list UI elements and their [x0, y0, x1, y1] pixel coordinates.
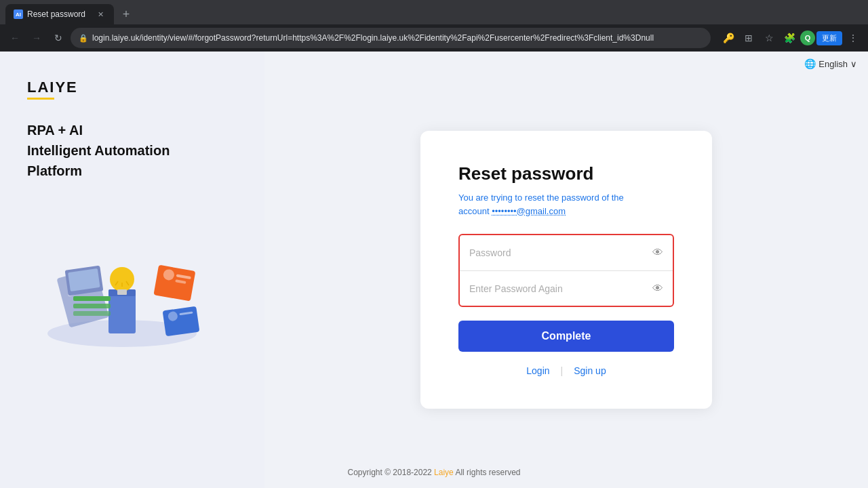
- chevron-down-icon: ∨: [850, 59, 857, 69]
- lock-icon: 🔒: [79, 34, 88, 43]
- page-content: 🌐 English ∨ LAIYE RPA + AI Intelligent A…: [0, 52, 868, 488]
- translate-icon[interactable]: ⊞: [739, 28, 758, 47]
- masked-email: ••••••••@gmail.com: [492, 206, 566, 216]
- svg-rect-19: [163, 306, 200, 337]
- links-divider: |: [561, 365, 564, 376]
- reset-card: Reset password You are trying to reset t…: [420, 131, 712, 409]
- tab-close-icon[interactable]: ✕: [95, 9, 106, 20]
- logo-underline: [27, 98, 54, 100]
- footer-text-before: Copyright © 2018-2022: [348, 468, 435, 477]
- eye-icon-password[interactable]: 👁: [652, 247, 663, 259]
- footer-text-after: All rights reserved: [455, 468, 520, 477]
- signup-link[interactable]: Sgin up: [574, 365, 606, 376]
- update-button[interactable]: 更新: [816, 31, 842, 45]
- browser-chrome: AI Reset password ✕ + ← → ↻ 🔒 login.laiy…: [0, 0, 868, 52]
- svg-rect-4: [117, 289, 127, 295]
- footer-brand-link[interactable]: Laiye: [434, 468, 454, 477]
- back-button[interactable]: ←: [5, 28, 24, 47]
- language-label: English: [818, 59, 848, 69]
- active-tab[interactable]: AI Reset password ✕: [5, 4, 114, 24]
- logo-text: LAIYE: [27, 79, 78, 96]
- extensions-icon[interactable]: 🧩: [780, 28, 799, 47]
- forward-button[interactable]: →: [27, 28, 46, 47]
- new-tab-button[interactable]: +: [117, 5, 136, 24]
- avatar[interactable]: Q: [800, 30, 815, 45]
- card-title: Reset password: [458, 163, 674, 184]
- tab-bar: AI Reset password ✕ +: [0, 0, 868, 24]
- tab-favicon: AI: [14, 9, 23, 19]
- address-bar: ← → ↻ 🔒 login.laiye.uk/identity/view/#/f…: [0, 24, 868, 52]
- password-manager-icon[interactable]: 🔑: [719, 28, 738, 47]
- globe-icon: 🌐: [804, 58, 816, 69]
- confirm-password-row: 👁: [460, 270, 673, 306]
- confirm-password-input[interactable]: [469, 283, 652, 294]
- menu-icon[interactable]: ⋮: [844, 28, 863, 47]
- address-field[interactable]: 🔒 login.laiye.uk/identity/view/#/forgotP…: [71, 28, 711, 48]
- eye-icon-confirm[interactable]: 👁: [652, 283, 663, 295]
- footer: Copyright © 2018-2022 Laiye All rights r…: [0, 468, 868, 477]
- password-input-group: 👁 👁: [458, 234, 674, 307]
- tagline: RPA + AI Intelligent Automation Platform: [27, 120, 237, 181]
- complete-button[interactable]: Complete: [458, 321, 674, 352]
- svg-rect-13: [73, 304, 111, 308]
- language-selector[interactable]: 🌐 English ∨: [793, 52, 868, 76]
- svg-point-3: [110, 267, 134, 291]
- password-input[interactable]: [469, 247, 652, 258]
- reload-button[interactable]: ↻: [49, 28, 68, 47]
- svg-rect-12: [73, 296, 111, 301]
- svg-rect-14: [73, 311, 111, 316]
- logo: LAIYE: [27, 79, 237, 100]
- right-panel: Reset password You are trying to reset t…: [264, 52, 868, 488]
- svg-rect-15: [153, 265, 195, 302]
- illustration: [27, 208, 217, 357]
- bookmark-star-icon[interactable]: ☆: [760, 28, 778, 47]
- card-subtitle: You are trying to reset the password of …: [458, 191, 674, 218]
- url-text: login.laiye.uk/identity/view/#/forgotPas…: [92, 33, 703, 43]
- login-link[interactable]: Login: [526, 365, 549, 376]
- left-panel: LAIYE RPA + AI Intelligent Automation Pl…: [0, 52, 264, 488]
- password-row: 👁: [460, 235, 673, 270]
- links-row: Login | Sgin up: [458, 365, 674, 376]
- tab-title: Reset password: [27, 9, 85, 19]
